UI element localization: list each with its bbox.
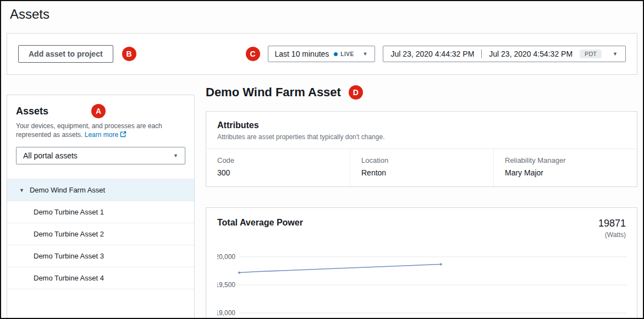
callout-c: C bbox=[246, 47, 260, 61]
time-range-dropdown[interactable]: Last 10 minutes LIVE ▼ bbox=[268, 46, 375, 62]
live-dot-icon bbox=[334, 52, 338, 56]
tree-item-demo-turbine-asset-1[interactable]: Demo Turbine Asset 1 bbox=[7, 201, 194, 223]
attribute-item: Reliability Manager Mary Major bbox=[493, 149, 637, 186]
svg-text:19,000: 19,000 bbox=[217, 309, 235, 317]
attribute-item: Location Renton bbox=[350, 149, 493, 186]
add-asset-to-project-button[interactable]: Add asset to project bbox=[18, 45, 113, 63]
date-range-start: Jul 23, 2020 4:44:32 PM bbox=[391, 50, 475, 58]
power-line-chart: 20,00019,50019,000 bbox=[217, 243, 627, 319]
sidebar-header: Assets A Your devices, equipment, and pr… bbox=[7, 95, 194, 164]
date-range-end: Jul 23, 2020 4:54:32 PM bbox=[489, 50, 573, 58]
chevron-down-icon: ▼ bbox=[173, 153, 178, 158]
power-panel-title: Total Average Power bbox=[217, 218, 303, 228]
attributes-subtitle: Attributes are asset properties that typ… bbox=[217, 133, 626, 141]
assets-sidebar: Assets A Your devices, equipment, and pr… bbox=[7, 95, 195, 319]
live-label: LIVE bbox=[340, 51, 354, 57]
tree-item-demo-turbine-asset-3[interactable]: Demo Turbine Asset 3 bbox=[7, 245, 194, 267]
tree-item-demo-wind-farm-asset[interactable]: ▼ Demo Wind Farm Asset bbox=[7, 179, 194, 201]
date-range-picker[interactable]: Jul 23, 2020 4:44:32 PM Jul 23, 2020 4:5… bbox=[383, 46, 626, 62]
assets-page: Assets Add asset to project B C Last 10 … bbox=[0, 0, 644, 319]
toolbar: Add asset to project B C Last 10 minutes… bbox=[7, 33, 637, 75]
tree-expand-icon[interactable]: ▼ bbox=[19, 188, 24, 193]
learn-more-label: Learn more bbox=[85, 131, 118, 139]
callout-b: B bbox=[122, 47, 136, 61]
power-latest-value: 19871 bbox=[598, 218, 626, 229]
attributes-panel: Attributes Attributes are asset properti… bbox=[206, 111, 637, 187]
tree-item-label: Demo Turbine Asset 2 bbox=[34, 230, 104, 238]
attributes-title: Attributes bbox=[217, 120, 626, 130]
attribute-value: 300 bbox=[217, 168, 339, 177]
callout-d: D bbox=[349, 85, 363, 100]
svg-text:20,000: 20,000 bbox=[217, 253, 235, 261]
attribute-item: Code 300 bbox=[206, 149, 350, 186]
tree-item-label: Demo Wind Farm Asset bbox=[30, 186, 105, 194]
power-unit: (Watts) bbox=[598, 231, 626, 239]
chevron-down-icon: ▼ bbox=[613, 51, 618, 57]
attribute-value: Mary Major bbox=[505, 168, 626, 177]
attributes-grid: Code 300 Location Renton Reliability Man… bbox=[206, 149, 637, 186]
learn-more-link[interactable]: Learn more bbox=[85, 131, 126, 139]
tree-item-label: Demo Turbine Asset 3 bbox=[34, 252, 104, 260]
live-indicator: LIVE bbox=[334, 51, 354, 57]
attributes-panel-header: Attributes Attributes are asset properti… bbox=[206, 112, 637, 149]
power-panel-header: Total Average Power 19871 (Watts) bbox=[217, 218, 626, 239]
page-title: Assets bbox=[10, 7, 49, 22]
time-range-label: Last 10 minutes bbox=[275, 50, 329, 58]
svg-text:19,500: 19,500 bbox=[217, 281, 235, 289]
attribute-value: Renton bbox=[361, 168, 482, 177]
tree-item-label: Demo Turbine Asset 1 bbox=[34, 208, 104, 216]
callout-a: A bbox=[91, 104, 106, 118]
chevron-down-icon: ▼ bbox=[363, 51, 368, 57]
external-link-icon bbox=[120, 131, 126, 138]
sidebar-title: Assets bbox=[16, 106, 48, 117]
portal-assets-selected-value: All portal assets bbox=[23, 151, 78, 160]
asset-heading-row: Demo Wind Farm Asset D bbox=[206, 85, 363, 100]
attribute-label: Location bbox=[361, 156, 482, 164]
tree-item-demo-turbine-asset-2[interactable]: Demo Turbine Asset 2 bbox=[7, 223, 194, 245]
attribute-label: Reliability Manager bbox=[505, 156, 626, 164]
portal-assets-dropdown[interactable]: All portal assets ▼ bbox=[16, 147, 185, 164]
date-separator bbox=[481, 50, 482, 58]
asset-tree: ▼ Demo Wind Farm Asset Demo Turbine Asse… bbox=[7, 179, 194, 289]
tree-item-demo-turbine-asset-4[interactable]: Demo Turbine Asset 4 bbox=[7, 267, 194, 289]
asset-page-heading: Demo Wind Farm Asset bbox=[206, 85, 341, 100]
timezone-badge: PDT bbox=[580, 50, 602, 58]
total-average-power-panel: Total Average Power 19871 (Watts) 20,000… bbox=[206, 207, 637, 319]
power-latest-value-block: 19871 (Watts) bbox=[598, 218, 626, 239]
attribute-label: Code bbox=[217, 156, 339, 164]
sidebar-description: Your devices, equipment, and processes a… bbox=[16, 122, 180, 139]
tree-item-label: Demo Turbine Asset 4 bbox=[34, 274, 104, 282]
